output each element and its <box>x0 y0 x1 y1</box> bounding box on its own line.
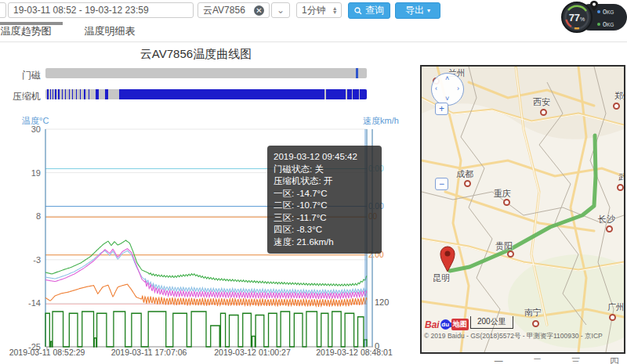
map-copyright: © 2019 Baidu - GS(2018)5572号 - 甲测资字11009… <box>424 332 603 341</box>
bar-segment <box>62 89 63 99</box>
y-axis-tick: -3 <box>33 255 41 265</box>
tooltip-row: 四区: -8.3°C <box>274 224 375 236</box>
bar-segment <box>53 89 53 99</box>
bar-segment <box>119 89 367 99</box>
compressor-bar-label: 压缩机 <box>5 90 41 103</box>
tab-bar: 温度趋势图 温度明细表 <box>0 22 627 42</box>
city-dot-icon <box>507 250 514 258</box>
city-label-重庆: 重庆 <box>494 188 511 200</box>
map-pan-control[interactable]: ˄ ˅ ‹ › <box>431 73 464 106</box>
map-canvas <box>422 67 624 352</box>
baidu-map[interactable]: 兰州西安郑州成都重庆武汉贵阳长沙南宁广州昆明 ˄ ˅ ‹ › + − Bai d… <box>420 65 625 354</box>
vehicle-value: 云AV7856 <box>203 4 245 17</box>
bar-segment <box>89 89 89 99</box>
y-axis-right-title: 速度km/h <box>363 116 399 125</box>
dial-arcs-icon <box>564 4 590 31</box>
query-button-label: 查询 <box>365 4 384 17</box>
tooltip-row: 压缩机状态: 开 <box>274 175 375 188</box>
zone-radio-三区[interactable]: 三区 <box>560 355 589 364</box>
bar-segment <box>80 89 81 99</box>
pan-right-icon: › <box>457 85 459 92</box>
door-status-bar[interactable] <box>45 68 367 78</box>
tooltip-row: 门磁状态: 关 <box>274 164 375 176</box>
city-label-广州: 广州 <box>607 301 625 313</box>
tooltip-row: 二区: -10.7°C <box>274 200 375 212</box>
gauge-readout: 0KG <box>603 20 614 28</box>
interval-value: 1分钟 <box>302 4 326 17</box>
status-dot-icon <box>597 23 600 26</box>
chart-tooltip: 2019-03-12 09:45:42 门磁状态: 关压缩机状态: 开一区: -… <box>267 146 382 254</box>
bar-segment <box>72 89 73 99</box>
tab-temperature-detail[interactable]: 温度明细表 <box>77 22 143 41</box>
bar-segment <box>356 68 357 78</box>
map-scale: 200公里 <box>470 316 513 329</box>
city-dot-icon <box>617 184 624 191</box>
tab-label: 温度趋势图 <box>1 24 52 38</box>
bar-segment <box>352 89 353 99</box>
tab-temperature-trend[interactable]: 温度趋势图 <box>0 22 63 41</box>
calendar-icon[interactable] <box>0 2 6 18</box>
pan-down-icon: ˅ <box>445 95 449 103</box>
city-label-郑州: 郑州 <box>614 90 625 102</box>
bar-segment <box>76 89 77 99</box>
city-label-长沙: 长沙 <box>598 214 615 225</box>
door-bar-label: 门磁 <box>5 69 41 82</box>
gauge-readout-row: 0KG <box>597 20 627 29</box>
bar-segment <box>58 89 59 99</box>
bar-segment <box>55 89 56 99</box>
baidu-logo[interactable]: Bai du 地图 <box>425 319 469 330</box>
bar-segment <box>105 89 108 99</box>
search-icon <box>354 7 362 15</box>
city-label-西安: 西安 <box>533 96 550 108</box>
city-dot-icon <box>503 199 510 206</box>
map-pin-icon <box>588 0 600 13</box>
bar-segment <box>50 89 51 99</box>
city-dot-icon <box>613 103 620 110</box>
y-axis-tick: 19 <box>31 168 41 178</box>
city-dot-icon <box>606 225 613 232</box>
pan-left-icon: ‹ <box>435 85 437 92</box>
compressor-status-bar[interactable] <box>45 89 367 99</box>
date-range-value: 19-03-11 08:52 - 19-03-12 23:59 <box>13 5 149 16</box>
vehicle-dropdown-toggle[interactable]: ⌄ <box>271 2 290 18</box>
gauge-readout: 0KG <box>603 8 614 16</box>
city-label-成都: 成都 <box>456 168 473 180</box>
city-label-昆明: 昆明 <box>433 272 450 284</box>
zoom-in-button[interactable]: + <box>435 103 448 115</box>
city-label-武汉: 武汉 <box>618 171 625 183</box>
query-button[interactable]: 查询 <box>348 2 390 19</box>
interval-spinner[interactable]: 1分钟 ▲▼ <box>296 2 342 18</box>
clear-vehicle-icon[interactable]: ✕ <box>254 5 264 16</box>
zone-radio-group: 无一区二区三区四区 <box>451 355 627 364</box>
series-speed <box>45 312 367 347</box>
spinner-arrows-icon[interactable]: ▲▼ <box>332 6 338 14</box>
series-二区 <box>45 250 367 294</box>
gauge-readout-row: 0KG <box>597 7 627 16</box>
caret-down-icon: ▾ <box>427 7 430 14</box>
bar-segment <box>69 89 70 99</box>
zone-radio-一区[interactable]: 一区 <box>483 355 511 364</box>
bar-segment <box>324 89 326 99</box>
y-axis-tick: -14 <box>28 298 41 308</box>
dashboard: 19-03-11 08:52 - 19-03-12 23:59 云AV7856 … <box>0 0 627 364</box>
zone-radio-四区[interactable]: 四区 <box>599 355 627 364</box>
bar-segment <box>96 89 100 99</box>
vehicle-gauge-widget[interactable]: 0KG 0KG 77% <box>561 2 627 33</box>
city-dot-icon <box>464 180 471 187</box>
city-dot-icon <box>609 314 616 321</box>
zoom-out-button[interactable]: − <box>435 178 448 190</box>
tooltip-time: 2019-03-12 09:45:42 <box>274 151 375 164</box>
y-axis-tick: 30 <box>31 124 41 134</box>
city-dot-icon <box>540 109 547 116</box>
bar-segment <box>84 89 85 99</box>
bar-segment <box>65 89 66 99</box>
export-button[interactable]: 导出 ▾ <box>395 2 440 19</box>
vehicle-select[interactable]: 云AV7856 ✕ <box>198 2 270 18</box>
city-dot-icon <box>532 320 539 327</box>
baidu-paw-icon: du <box>440 319 451 330</box>
pan-up-icon: ˄ <box>445 74 449 82</box>
export-button-label: 导出 <box>405 4 424 17</box>
zone-radio-二区[interactable]: 二区 <box>521 355 549 364</box>
date-range-input[interactable]: 19-03-11 08:52 - 19-03-12 23:59 <box>8 2 194 18</box>
bar-segment <box>346 89 346 99</box>
